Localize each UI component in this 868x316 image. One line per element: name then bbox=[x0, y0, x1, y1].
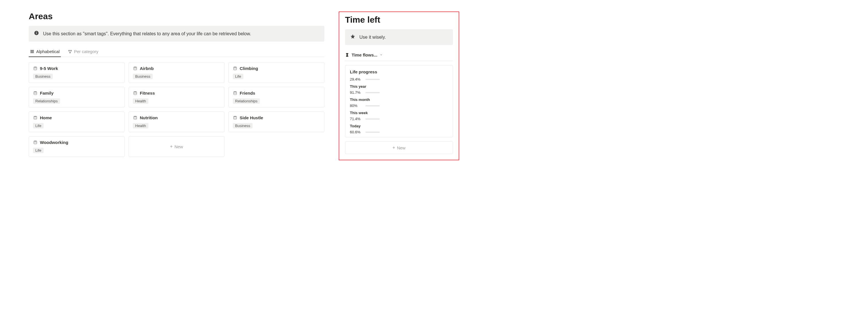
progress-label: This year bbox=[350, 84, 448, 89]
new-label: New bbox=[175, 144, 183, 149]
progress-row: 80% bbox=[350, 104, 448, 108]
time-flows-toggle[interactable]: Time flows... bbox=[345, 50, 453, 61]
toggle-label: Time flows... bbox=[352, 52, 377, 57]
area-card[interactable]: 9-5 WorkBusiness bbox=[29, 62, 125, 83]
progress-row: 29.4% bbox=[350, 77, 448, 81]
new-time-button[interactable]: + New bbox=[345, 141, 453, 154]
card-tag: Relationships bbox=[233, 98, 260, 104]
progress-bar bbox=[365, 79, 380, 80]
svg-point-2 bbox=[36, 32, 37, 32]
progress-bar bbox=[365, 105, 380, 106]
area-card[interactable]: FriendsRelationships bbox=[228, 87, 324, 108]
database-icon bbox=[133, 115, 137, 120]
time-left-callout: Use it wisely. bbox=[345, 29, 453, 45]
progress-percent: 29.4% bbox=[350, 77, 363, 81]
areas-tabs: Alphabetical Per category bbox=[29, 47, 324, 57]
progress-percent: 91.7% bbox=[350, 90, 363, 95]
tab-label: Per category bbox=[74, 49, 98, 54]
card-title: Climbing bbox=[240, 66, 258, 71]
progress-percent: 60.6% bbox=[350, 130, 363, 134]
progress-label: Today bbox=[350, 124, 448, 128]
svg-rect-4 bbox=[30, 51, 34, 51]
card-title: Nutrition bbox=[140, 115, 158, 120]
area-card[interactable]: HomeLife bbox=[29, 111, 125, 132]
chevron-down-icon bbox=[380, 53, 383, 57]
areas-grid: 9-5 WorkBusinessAirbnbBusinessClimbingLi… bbox=[29, 58, 324, 157]
tab-per-category[interactable]: Per category bbox=[67, 47, 100, 57]
areas-section: Areas Use this section as "smart tags". … bbox=[29, 11, 324, 160]
group-icon bbox=[68, 49, 72, 54]
svg-point-13 bbox=[134, 91, 137, 92]
card-tag: Health bbox=[133, 123, 148, 129]
svg-point-6 bbox=[68, 50, 70, 51]
life-progress-card[interactable]: Life progress 29.4%This year91.7%This mo… bbox=[345, 65, 453, 137]
area-card[interactable]: AirbnbBusiness bbox=[129, 62, 224, 83]
svg-point-14 bbox=[234, 91, 237, 92]
progress-row: 91.7% bbox=[350, 90, 448, 95]
areas-callout-text: Use this section as "smart tags". Everyt… bbox=[43, 31, 251, 36]
card-tag: Health bbox=[133, 98, 148, 104]
new-area-button[interactable]: +New bbox=[129, 136, 224, 157]
progress-label: This week bbox=[350, 111, 448, 115]
tab-alphabetical[interactable]: Alphabetical bbox=[29, 47, 61, 57]
areas-callout: Use this section as "smart tags". Everyt… bbox=[29, 26, 324, 42]
area-card[interactable]: ClimbingLife bbox=[228, 62, 324, 83]
progress-percent: 80% bbox=[350, 104, 363, 108]
database-icon bbox=[233, 66, 237, 71]
svg-point-12 bbox=[34, 91, 37, 92]
time-left-title: Time left bbox=[345, 15, 453, 25]
progress-row: 60.6% bbox=[350, 130, 448, 134]
card-tag: Business bbox=[33, 74, 53, 79]
progress-row: 71.4% bbox=[350, 117, 448, 121]
info-icon bbox=[34, 30, 39, 37]
database-icon bbox=[233, 91, 237, 96]
card-title: Home bbox=[40, 115, 52, 120]
star-icon bbox=[350, 34, 355, 40]
time-left-callout-text: Use it wisely. bbox=[360, 35, 386, 40]
card-title: Airbnb bbox=[140, 66, 154, 71]
area-card[interactable]: Side HustleBusiness bbox=[228, 111, 324, 132]
database-icon bbox=[133, 91, 137, 96]
progress-list: 29.4%This year91.7%This month80%This wee… bbox=[350, 77, 448, 134]
svg-point-8 bbox=[69, 51, 71, 53]
database-icon bbox=[233, 115, 237, 120]
area-card[interactable]: NutritionHealth bbox=[129, 111, 224, 132]
card-tag: Life bbox=[33, 148, 43, 153]
area-card[interactable]: FitnessHealth bbox=[129, 87, 224, 108]
progress-bar bbox=[365, 118, 380, 119]
database-icon bbox=[33, 115, 38, 120]
progress-label: This month bbox=[350, 98, 448, 102]
svg-rect-3 bbox=[30, 50, 34, 50]
areas-title: Areas bbox=[29, 11, 324, 21]
progress-bar bbox=[365, 132, 380, 133]
card-tag: Business bbox=[233, 123, 253, 129]
database-icon bbox=[133, 66, 137, 71]
svg-point-16 bbox=[134, 116, 137, 117]
area-card[interactable]: WoodworkingLife bbox=[29, 136, 125, 157]
tab-label: Alphabetical bbox=[36, 49, 60, 54]
card-tag: Business bbox=[133, 74, 153, 79]
database-icon bbox=[33, 66, 38, 71]
database-icon bbox=[33, 140, 38, 145]
card-title: Fitness bbox=[140, 91, 155, 96]
card-title: Friends bbox=[240, 91, 255, 96]
progress-card-title: Life progress bbox=[350, 69, 448, 74]
hourglass-icon bbox=[345, 53, 349, 57]
card-tag: Life bbox=[233, 74, 243, 79]
card-title: Family bbox=[40, 91, 54, 96]
card-title: Woodworking bbox=[40, 140, 68, 145]
svg-point-17 bbox=[234, 116, 237, 117]
plus-icon: + bbox=[392, 145, 395, 150]
svg-rect-1 bbox=[36, 33, 37, 34]
time-left-section: Time left Use it wisely. Time flows... L… bbox=[339, 11, 459, 160]
card-tag: Relationships bbox=[33, 98, 60, 104]
area-card[interactable]: FamilyRelationships bbox=[29, 87, 125, 108]
svg-point-11 bbox=[234, 67, 237, 68]
svg-point-18 bbox=[34, 141, 37, 142]
new-label: New bbox=[397, 145, 406, 150]
svg-point-10 bbox=[134, 67, 137, 68]
svg-point-9 bbox=[34, 67, 37, 68]
svg-point-15 bbox=[34, 116, 37, 117]
card-tag: Life bbox=[33, 123, 43, 129]
database-icon bbox=[33, 91, 38, 96]
